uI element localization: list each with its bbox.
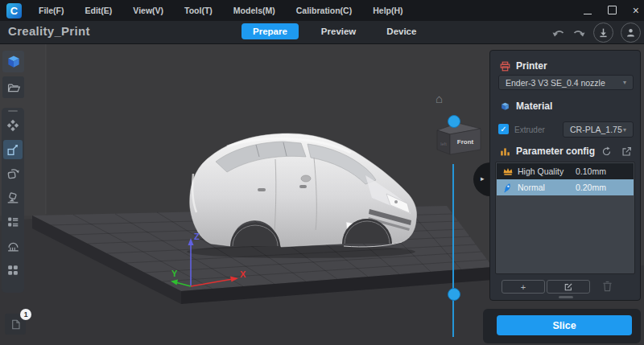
minimize-button[interactable] (584, 3, 592, 18)
user-account-button[interactable] (621, 23, 641, 43)
export-profile-icon[interactable] (621, 146, 632, 157)
model-cube-icon (6, 54, 22, 70)
parameter-config-icon (500, 146, 510, 157)
panel-resize-handle[interactable] (559, 296, 573, 298)
undo-button[interactable] (551, 27, 565, 39)
printer-icon (500, 61, 510, 72)
material-section-title: Material (516, 101, 552, 112)
tool-panel-handle[interactable] (8, 110, 18, 112)
menu-calibration[interactable]: Calibration(C) (286, 6, 362, 15)
profile-row-high-quality[interactable]: High Quality 0.10mm (497, 163, 634, 179)
user-icon (625, 27, 636, 38)
tool-lay-flat-button[interactable] (3, 188, 23, 207)
close-button[interactable]: × (633, 6, 639, 14)
tab-device[interactable]: Device (375, 23, 427, 39)
arrange-icon (6, 263, 20, 277)
layer-slider-handle-top[interactable] (448, 115, 460, 128)
menu-view[interactable]: View(V) (122, 6, 174, 15)
axis-y-label: Y (171, 269, 178, 278)
tool-panel (2, 108, 24, 293)
menu-models[interactable]: Models(M) (223, 6, 286, 15)
extruder-label: Extruder (514, 125, 545, 134)
sidebar-import-model-button[interactable] (2, 51, 24, 72)
material-select[interactable]: CR-PLA_1.75 ▾ (563, 121, 634, 138)
lay-flat-icon (6, 191, 20, 205)
redo-button[interactable] (572, 27, 586, 39)
nav-cube-front-label: Front (457, 138, 474, 146)
menu-edit[interactable]: Edit(E) (75, 6, 123, 15)
profile-name: High Quality (518, 166, 576, 176)
layer-slider-track[interactable] (452, 164, 454, 337)
download-icon (598, 27, 609, 38)
menu-help[interactable]: Help(H) (362, 6, 413, 15)
chevron-right-icon: ▸ (481, 175, 485, 183)
support-icon (6, 239, 20, 253)
material-select-value: CR-PLA_1.75 (570, 125, 622, 134)
sidebar-file-status-button[interactable]: 1 (5, 314, 26, 335)
parameter-config-title: Parameter config (516, 146, 595, 157)
layer-slider-handle-bottom[interactable] (448, 288, 460, 301)
nav-cube-left-label: left (440, 142, 447, 146)
creality-logo-icon: C (6, 3, 22, 18)
profile-list: High Quality 0.10mm Normal 0.20mm (495, 162, 635, 274)
download-button[interactable] (593, 23, 613, 43)
tool-move-button[interactable] (3, 116, 23, 135)
slice-container: Slice (483, 309, 641, 343)
mode-tabs: Prepare Preview Device (242, 23, 427, 39)
maximize-button[interactable] (608, 3, 617, 18)
material-icon (500, 101, 510, 112)
axis-indicator: Z X Y (165, 232, 250, 294)
page-title: Creality_Print (8, 24, 90, 38)
header-bar: Creality_Print Prepare Preview Device (0, 21, 644, 44)
extruder-checkbox[interactable]: ✓ (498, 124, 509, 134)
home-view-icon[interactable]: ⌂ (436, 92, 443, 105)
sidebar-open-file-button[interactable] (2, 76, 24, 98)
profile-name: Normal (518, 183, 576, 192)
printer-section-title: Printer (516, 60, 547, 72)
slice-button[interactable]: Slice (497, 315, 632, 335)
menu-file[interactable]: File(F) (28, 6, 75, 15)
profile-row-normal[interactable]: Normal 0.20mm (497, 179, 634, 195)
tab-preview[interactable]: Preview (310, 23, 367, 39)
printer-select[interactable]: Ender-3 V3 SE_0.4 nozzle ▾ (498, 75, 634, 90)
trash-icon (602, 281, 613, 292)
tool-scale-button[interactable] (3, 140, 23, 159)
printer-select-value: Ender-3 V3 SE_0.4 nozzle (506, 78, 605, 88)
tool-arrange-button[interactable] (3, 261, 23, 280)
menu-bar: C File(F) Edit(E) View(V) Tool(T) Models… (0, 0, 644, 21)
sync-profile-icon[interactable] (601, 146, 612, 157)
chevron-down-icon: ▾ (623, 126, 626, 133)
tab-prepare[interactable]: Prepare (242, 23, 299, 39)
chevron-down-icon: ▾ (623, 79, 626, 86)
tool-rotate-button[interactable] (3, 164, 23, 183)
rocket-icon (502, 182, 514, 193)
delete-profile-button[interactable] (602, 281, 613, 292)
tool-model-list-button[interactable] (3, 212, 23, 232)
settings-panel: Printer Ender-3 V3 SE_0.4 nozzle ▾ Mater… (489, 50, 641, 301)
tool-support-button[interactable] (3, 236, 23, 256)
rotate-icon (6, 166, 20, 181)
profile-layer-height: 0.10mm (576, 166, 606, 176)
file-count-badge: 1 (20, 309, 31, 320)
edit-icon (564, 282, 573, 292)
folder-open-icon (6, 80, 21, 95)
menu-tool[interactable]: Tool(T) (174, 6, 223, 15)
axis-x-label: X (240, 269, 246, 279)
model-list-icon (6, 215, 20, 229)
edit-profile-button[interactable] (547, 280, 590, 294)
add-profile-button[interactable]: + (502, 280, 545, 294)
crown-icon (502, 166, 514, 177)
file-icon (10, 318, 22, 331)
axis-z-label: Z (194, 232, 200, 241)
scale-icon (6, 142, 20, 157)
profile-layer-height: 0.20mm (576, 183, 606, 192)
move-icon (6, 118, 20, 133)
